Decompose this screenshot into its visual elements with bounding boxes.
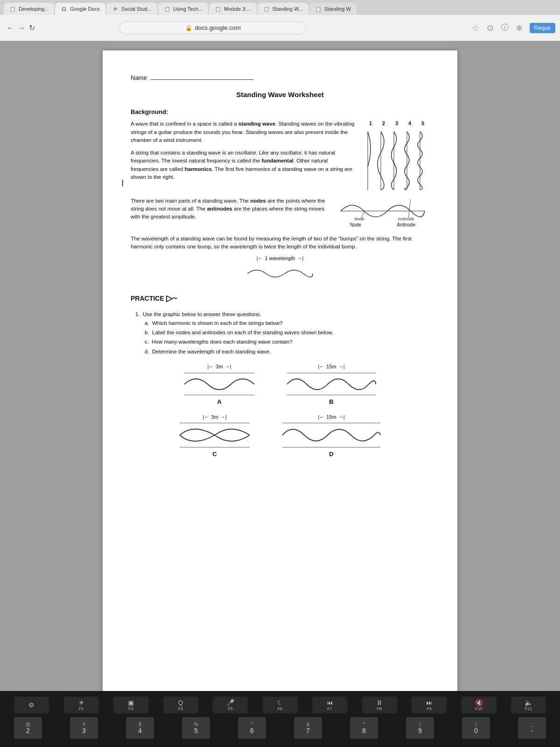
svg-text:Node: Node [354,217,364,221]
forward-button[interactable]: → [16,23,27,33]
info-icon[interactable]: ⓘ [501,23,509,33]
mute-icon: 🔇 [475,699,483,706]
tab-module3[interactable]: 📋 Module 3:... [209,3,256,15]
wavelength-diagram: |← 1 wavelength →| [131,254,429,285]
harmonic-diagram: 1 2 3 4 5 [364,120,429,192]
sub-d-text: Determine the wavelength of each standin… [152,349,271,354]
key-mission-control[interactable]: ▣ F3 [113,697,148,713]
key-spotlight[interactable]: Q F4 [163,697,198,713]
f2-label: F2 [79,706,84,711]
key-brightness-down[interactable]: ☀ F2 [64,697,99,713]
key-dnd[interactable]: ☾ F6 [263,697,298,713]
tab-favicon-using-tech: 📋 [164,6,170,12]
tab-standing-w1[interactable]: 📋 Standing W... [258,3,308,15]
tab-social-stud[interactable]: ⟳ Social Stud... [106,3,157,15]
tab-label-developing: Developing... [19,6,49,12]
key-4[interactable]: $ 4 [126,717,154,740]
f10-label: F10 [475,706,483,711]
harmonic-numbers: 1 2 3 4 5 [364,120,429,127]
key-prev-track[interactable]: ⏮ F7 [312,697,347,713]
key-minus[interactable]: _ - [518,717,546,740]
practice-label: PRACTICE [131,294,164,303]
account-icon[interactable]: ⊙ [487,23,494,33]
sub-question-b: b. Label the nodes and antinodes on each… [145,328,429,337]
tab-standing-w2[interactable]: 📋 Standing W [309,3,357,15]
key-vol-down[interactable]: 🔈 F11 [511,697,546,713]
key-minus-top: _ [531,722,533,727]
para1-text: A wave that is confined in a space is ca… [131,120,357,144]
tab-using-tech[interactable]: 📋 Using Tech... [158,3,208,15]
harmonic-num-5: 5 [421,120,424,127]
wave-box-a: |←3m→| A [182,363,257,406]
key-settings[interactable]: ⚙ [14,697,49,713]
key-6-top: ^ [251,722,253,727]
key-0[interactable]: ) 0 [462,717,490,740]
key-0-top: ) [475,722,476,727]
key-play-pause[interactable]: ⏸ F8 [362,697,397,713]
key-5[interactable]: % 5 [182,717,210,740]
tab-developing[interactable]: 📋 Developing... [4,3,54,15]
wave-row-2: |←3m→| C |←15m→| [177,414,383,459]
search-icon: Q [178,699,183,706]
wave-d-dim: 15m [326,414,336,421]
document-page[interactable]: I Name Standing Wave Worksheet Backgroun… [103,50,457,723]
key-4-top: $ [139,722,141,727]
key-6[interactable]: ^ 6 [238,717,266,740]
sub-a-label: a. [145,320,151,326]
key-7[interactable]: & 7 [294,717,322,740]
sub-c-label: c. [145,339,150,345]
tab-google-docs[interactable]: G Google Docs [55,3,105,15]
practice-header: PRACTICE ▷~ [131,293,429,304]
key-3-top: # [83,722,85,727]
play-pause-icon: ⏸ [376,699,383,706]
keyboard-fn-row: ⚙ ☀ F2 ▣ F3 Q F4 🎤 F5 ☾ F6 ⏮ F7 ⏸ F8 [14,697,546,713]
tab-favicon-standing-w2: 📋 [315,6,322,12]
sub-question-a: a. Which harmonic is shown in each of th… [145,319,429,327]
node-antinode-svg: Node Antinode [336,197,429,223]
tab-label-social: Social Stud... [121,6,152,12]
star-icon[interactable]: ☆ [472,23,479,33]
key-9-top: ( [419,722,420,727]
reque-button[interactable]: Reque [530,23,555,33]
key-9[interactable]: ( 9 [406,717,434,740]
refresh-button[interactable]: ↻ [27,22,37,33]
key-mute[interactable]: 🔇 F10 [462,697,497,713]
key-8-top: * [363,722,365,727]
key-3-main: 3 [82,727,86,734]
document-area: I Name Standing Wave Worksheet Backgroun… [0,41,560,732]
harmonic-svg: ← [364,129,429,190]
key-2[interactable]: @ 2 [14,717,42,740]
key-7-top: & [307,722,310,727]
name-underline [151,79,253,80]
wave-c-svg [177,423,252,448]
back-button[interactable]: ← [5,23,16,33]
key-next-track[interactable]: ⏭ F9 [412,697,447,713]
tab-label-google-docs: Google Docs [70,6,100,12]
keyboard-area: ⚙ ☀ F2 ▣ F3 Q F4 🎤 F5 ☾ F6 ⏮ F7 ⏸ F8 [0,691,560,747]
key-2-main: 2 [26,727,30,734]
tab-label-standing-w1: Standing W... [273,6,303,12]
f9-label: F9 [427,706,432,711]
extension-icon[interactable]: ⊕ [516,23,522,32]
background-section: Background: A wave that is confined in a… [131,108,429,228]
tab-favicon-google-docs: G [61,6,67,12]
key-minus-main: - [531,727,533,734]
sub-a-text: Which harmonic is shown in each of the s… [152,320,282,326]
wavelength-section: The wavelength of a standing wave can be… [131,235,429,285]
wave-a-label: A [217,398,221,406]
harmonic-num-1: 1 [369,120,372,127]
sub-b-text: Label the nodes and antinodes on each of… [152,330,333,335]
key-3[interactable]: # 3 [70,717,98,740]
wave-row-1: |←3m→| A |←15m→| [182,363,378,406]
key-dictation[interactable]: 🎤 F5 [213,697,248,713]
text-cursor: I [121,176,124,190]
svg-line-10 [408,199,411,218]
lock-icon: 🔒 [185,25,192,31]
wave-a-dim-top: |←3m→| [208,363,231,370]
f6-label: F6 [278,706,283,711]
wave-c-dim-top: |←3m→| [203,414,227,421]
tab-label-standing-w2: Standing W [324,6,351,12]
f11-label: F11 [525,706,532,711]
key-8[interactable]: * 8 [350,717,378,740]
address-bar[interactable]: 🔒 docs.google.com [119,21,306,34]
